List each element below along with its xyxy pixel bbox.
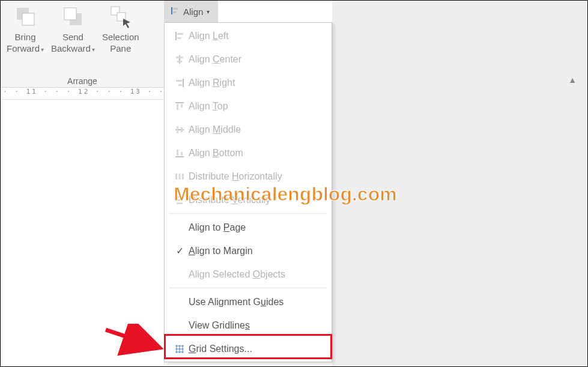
svg-rect-16 (176, 80, 182, 82)
ribbon-arrange-group: Bring Forward▾ Send Backward▾ Selection … (1, 1, 164, 88)
svg-rect-30 (177, 196, 183, 198)
bring-forward-icon (15, 3, 35, 29)
menu-align-left-label: Align Left (189, 31, 323, 41)
menu-align-center[interactable]: Align Center (165, 47, 332, 71)
align-top-icon (171, 101, 189, 112)
menu-distribute-vertically[interactable]: Distribute Vertically (165, 188, 332, 211)
menu-align-right-label: Align Right (189, 77, 323, 88)
ribbon-group-label: Arrange (1, 76, 164, 86)
menu-use-alignment-guides[interactable]: Use Alignment Guides (165, 290, 332, 314)
svg-rect-11 (177, 37, 181, 39)
align-button-label: Align (183, 7, 203, 17)
menu-align-center-label: Align Center (189, 54, 323, 65)
svg-rect-23 (181, 127, 183, 132)
svg-line-39 (106, 330, 160, 348)
svg-rect-7 (173, 8, 178, 10)
menu-align-right[interactable]: Align Right (165, 71, 332, 94)
align-icon (170, 6, 180, 17)
check-icon: ✓ (171, 245, 189, 256)
menu-grid-settings[interactable]: Grid Settings... (165, 337, 332, 360)
selection-pane-label: Selection Pane (102, 32, 139, 55)
menu-grid-settings-label: Grid Settings... (189, 344, 323, 354)
align-bottom-icon (171, 148, 189, 159)
chevron-down-icon: ▾ (207, 8, 210, 15)
menu-align-to-page[interactable]: Align to Page (165, 216, 332, 239)
svg-rect-20 (181, 104, 183, 108)
send-backward-icon (62, 3, 83, 29)
align-menu: Align Left Align Center Align Right Alig… (164, 22, 332, 362)
menu-align-to-margin[interactable]: ✓ Align to Margin (165, 239, 332, 262)
svg-rect-32 (177, 202, 183, 204)
menu-distribute-horizontally[interactable]: Distribute Horizontally (165, 165, 332, 188)
menu-use-guides-label: Use Alignment Guides (189, 297, 323, 308)
align-dropdown-button[interactable]: Align ▾ (164, 1, 218, 22)
menu-separator (169, 213, 327, 214)
svg-rect-31 (177, 199, 183, 201)
svg-rect-26 (181, 152, 183, 156)
svg-rect-10 (177, 33, 183, 35)
menu-distribute-h-label: Distribute Horizontally (189, 171, 323, 182)
selection-pane-button[interactable]: Selection Pane (99, 1, 143, 56)
grid-icon (171, 344, 189, 354)
align-center-icon (171, 54, 189, 65)
bring-forward-button[interactable]: Bring Forward▾ (3, 1, 47, 56)
menu-align-bottom[interactable]: Align Bottom (165, 141, 332, 165)
bring-forward-label: Bring Forward▾ (7, 32, 44, 55)
menu-align-margin-label: Align to Margin (189, 246, 323, 256)
menu-align-middle[interactable]: Align Middle (165, 118, 332, 141)
horizontal-ruler: · · 11 · · · 12 · · · 13 · · · 14 · · (1, 88, 164, 100)
align-left-icon (171, 31, 189, 41)
annotation-arrow (103, 324, 169, 362)
svg-rect-13 (176, 56, 183, 58)
menu-align-middle-label: Align Middle (189, 124, 323, 135)
align-middle-icon (171, 124, 189, 135)
align-right-icon (171, 77, 189, 88)
menu-align-top[interactable]: Align Top (165, 94, 332, 118)
menu-align-selected-objects[interactable]: Align Selected Objects (165, 262, 332, 286)
menu-view-grid-label: View Gridlines (189, 320, 323, 331)
menu-align-page-label: Align to Page (189, 222, 323, 233)
svg-rect-27 (175, 174, 177, 180)
svg-rect-14 (177, 61, 182, 62)
selection-pane-icon (109, 3, 133, 29)
menu-distribute-v-label: Distribute Vertically (189, 195, 323, 205)
menu-align-top-label: Align Top (189, 101, 323, 112)
svg-rect-17 (178, 84, 182, 86)
send-backward-button[interactable]: Send Backward▾ (47, 1, 99, 56)
svg-rect-3 (64, 8, 76, 20)
distribute-v-icon (171, 195, 189, 205)
svg-rect-28 (179, 174, 181, 180)
menu-align-sel-label: Align Selected Objects (189, 269, 323, 280)
svg-rect-8 (173, 11, 176, 13)
send-backward-label: Send Backward▾ (51, 32, 95, 55)
menu-separator (169, 288, 327, 288)
distribute-h-icon (171, 171, 189, 182)
svg-rect-29 (182, 174, 184, 180)
menu-align-left[interactable]: Align Left (165, 24, 332, 47)
background-panel (332, 1, 587, 366)
svg-rect-25 (177, 150, 178, 156)
svg-rect-1 (22, 13, 34, 25)
menu-align-bottom-label: Align Bottom (189, 148, 323, 159)
collapse-ribbon-icon[interactable]: ▲ (568, 75, 577, 85)
svg-rect-22 (177, 126, 178, 133)
menu-view-gridlines[interactable]: View Gridlines (165, 314, 332, 337)
svg-rect-19 (177, 104, 178, 110)
